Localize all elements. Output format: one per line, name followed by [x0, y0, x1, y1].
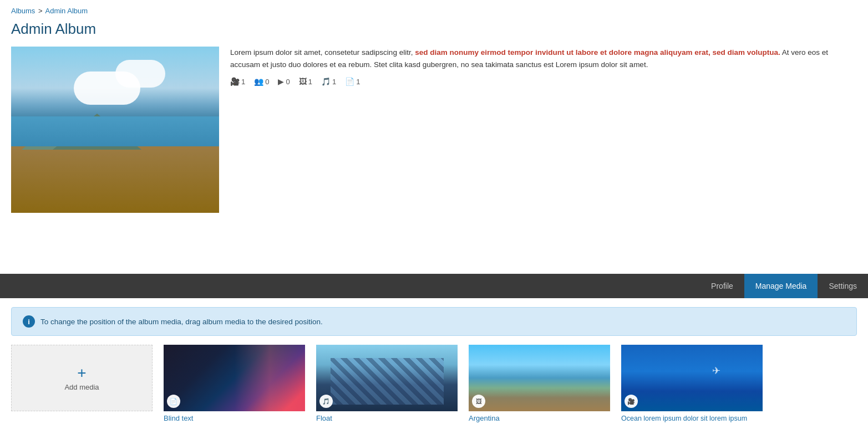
media-badge-image: 🖼 [472, 395, 485, 408]
media-title-long[interactable]: Ocean lorem ipsum dolor sit lorem ipsum … [621, 414, 763, 424]
media-thumb: 🖼 [469, 345, 610, 411]
media-thumb: 🎵 [316, 345, 458, 411]
media-badge-video: 🎥 [625, 395, 638, 408]
stat-music: 🎵 1 [321, 77, 336, 86]
stat-doc: 📄 1 [345, 77, 360, 86]
list-item[interactable]: 🖼 Argentina from admin [469, 345, 610, 424]
hero-image-inner [11, 47, 219, 213]
thumb-ocean [621, 345, 763, 411]
users-icon: 👥 [254, 77, 263, 86]
media-thumb: 📄 [164, 345, 305, 411]
stat-image-count: 1 [308, 78, 312, 86]
info-banner: i To change the position of the album me… [11, 307, 857, 336]
tab-manage-media[interactable]: Manage Media [744, 274, 818, 298]
media-grid: + Add media 📄 Blind text from admin 🎵 Fl… [0, 345, 868, 424]
tab-profile[interactable]: Profile [700, 274, 744, 298]
stat-image: 🖼 1 [299, 77, 312, 86]
mountain-decoration [22, 122, 88, 150]
image-icon: 🖼 [299, 77, 307, 86]
breadcrumb: Albums > Admin Album [0, 0, 868, 17]
breadcrumb-sep: > [38, 7, 43, 15]
info-icon: i [23, 315, 35, 328]
thumb-building [316, 345, 458, 411]
media-badge-music: 🎵 [319, 395, 333, 408]
media-title[interactable]: Float [316, 414, 458, 422]
media-stats: 🎥 1 👥 0 ▶ 0 🖼 1 🎵 1 📄 1 [230, 77, 857, 86]
breadcrumb-current: Admin Album [45, 7, 88, 15]
add-media-tile[interactable]: + Add media [11, 345, 153, 411]
media-title[interactable]: Argentina [469, 414, 610, 422]
stat-video: 🎥 1 [230, 77, 245, 86]
stat-music-count: 1 [332, 78, 336, 86]
add-media-plus-icon: + [77, 365, 86, 381]
thumb-corridor [164, 345, 305, 411]
list-item[interactable]: 🎵 Float from admin [316, 345, 458, 424]
stat-play: ▶ 0 [278, 77, 290, 86]
page-title: Admin Album [0, 17, 868, 47]
hero-description: Lorem ipsum dolor sit amet, consetetur s… [230, 47, 857, 70]
stat-play-count: 0 [286, 78, 290, 86]
list-item[interactable]: 🎥 Ocean lorem ipsum dolor sit lorem ipsu… [621, 345, 763, 424]
stat-users-count: 0 [265, 78, 269, 86]
media-title[interactable]: Blind text [164, 414, 305, 422]
thumb-argentina [469, 345, 610, 411]
hero-image [11, 47, 219, 213]
stat-users: 👥 0 [254, 77, 269, 86]
hero-content: Lorem ipsum dolor sit amet, consetetur s… [230, 47, 857, 213]
info-banner-text: To change the position of the album medi… [40, 318, 323, 326]
tab-bar: Profile Manage Media Settings [0, 274, 868, 298]
list-item[interactable]: 📄 Blind text from admin [164, 345, 305, 424]
video-icon: 🎥 [230, 77, 240, 86]
stat-video-count: 1 [241, 78, 245, 86]
media-badge-document: 📄 [167, 395, 180, 408]
tab-settings[interactable]: Settings [818, 274, 868, 298]
hero-section: Lorem ipsum dolor sit amet, consetetur s… [0, 47, 868, 213]
cloud-decoration-2 [115, 60, 165, 88]
music-icon: 🎵 [321, 77, 331, 86]
hero-highlight: sed diam nonumy eirmod tempor invidunt u… [415, 48, 780, 57]
doc-icon: 📄 [345, 77, 354, 86]
add-media-label: Add media [64, 383, 99, 391]
mountain-decoration-2 [53, 114, 141, 150]
stat-doc-count: 1 [356, 78, 360, 86]
breadcrumb-albums-link[interactable]: Albums [11, 7, 35, 15]
media-thumb: 🎥 [621, 345, 763, 411]
play-icon: ▶ [278, 77, 284, 86]
